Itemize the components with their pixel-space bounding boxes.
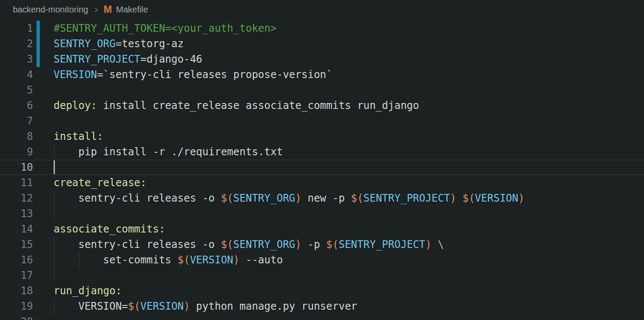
line-number: 10 — [0, 160, 33, 175]
line-number: 9 — [0, 144, 33, 160]
code-token-punct: $( — [178, 254, 190, 266]
code-token-punct: ) — [518, 192, 524, 204]
code-token-text: =django-46 — [140, 53, 202, 65]
code-line-content[interactable]: create_release: — [54, 175, 147, 190]
breadcrumb-folder[interactable]: backend-monitoring — [13, 5, 88, 15]
code-token-continuation: \ — [438, 238, 444, 251]
code-token-variable: VERSION — [54, 69, 97, 81]
line-number: 13 — [0, 206, 33, 221]
code-token-variable: VERSION — [190, 254, 233, 266]
code-token-punct: ) — [184, 300, 190, 312]
code-token-variable: VERSION — [140, 300, 184, 312]
modified-line-indicator — [36, 36, 40, 51]
line-number: 14 — [0, 221, 33, 237]
code-line[interactable]: 17 — [0, 268, 644, 283]
line-number: 7 — [0, 113, 33, 129]
indent-guide — [54, 268, 54, 283]
code-token-text: set-commits — [54, 254, 178, 266]
code-token-text: VERSION= — [54, 300, 128, 312]
code-token-punct: $( — [221, 238, 233, 251]
line-number: 4 — [0, 67, 33, 82]
code-line-content[interactable]: VERSION=`sentry-cli releases propose-ver… — [54, 67, 332, 82]
code-token-punct: ) — [295, 238, 301, 251]
code-token-target: deploy: — [54, 100, 97, 112]
code-line[interactable]: 18run_django: — [0, 283, 644, 299]
code-line[interactable]: 11create_release: — [0, 175, 644, 190]
code-token-punct: $( — [326, 238, 339, 251]
code-line[interactable]: 6deploy: install create_release associat… — [0, 98, 644, 113]
line-number: 3 — [0, 51, 33, 67]
makefile-m-icon: M — [104, 5, 112, 15]
code-token-text: new -p — [301, 192, 351, 204]
code-token-variable: SENTRY_PROJECT — [54, 53, 140, 65]
code-token-text: --auto — [240, 254, 283, 266]
code-token-punct: ) — [450, 192, 456, 204]
code-line[interactable]: 7 — [0, 113, 644, 129]
code-token-variable: SENTRY_PROJECT — [339, 238, 425, 251]
line-number: 18 — [0, 283, 33, 299]
code-editor[interactable]: 1#SENTRY_AUTH_TOKEN=<your_auth_token>2SE… — [0, 19, 644, 320]
code-token-variable: SENTRY_ORG — [233, 192, 295, 204]
code-line-content[interactable]: sentry-cli releases -o $(SENTRY_ORG) -p … — [54, 237, 444, 252]
code-line[interactable]: 16 set-commits $(VERSION) --auto — [0, 252, 644, 268]
code-line-content[interactable]: install: — [54, 129, 103, 144]
code-token-punct: ) — [233, 254, 239, 266]
code-line[interactable]: 1#SENTRY_AUTH_TOKEN=<your_auth_token> — [0, 21, 644, 36]
code-line-content[interactable]: pip install -r ./requirements.txt — [54, 144, 283, 160]
code-token-punct: $( — [221, 192, 233, 204]
code-token-text: =`sentry-cli releases propose-version` — [97, 69, 332, 81]
breadcrumb: backend-monitoring M Makefile — [0, 0, 644, 19]
code-token-variable: SENTRY_ORG — [54, 38, 116, 50]
code-line[interactable]: 2SENTRY_ORG=testorg-az — [0, 36, 644, 51]
code-line[interactable]: 15 sentry-cli releases -o $(SENTRY_ORG) … — [0, 237, 644, 252]
code-line[interactable]: 4VERSION=`sentry-cli releases propose-ve… — [0, 67, 644, 82]
code-line[interactable]: 20 — [0, 314, 644, 320]
indent-guide — [54, 206, 54, 221]
line-number: 17 — [0, 268, 33, 283]
code-line-content[interactable]: sentry-cli releases -o $(SENTRY_ORG) new… — [54, 190, 524, 206]
code-line-content[interactable]: #SENTRY_AUTH_TOKEN=<your_auth_token> — [54, 21, 277, 36]
breadcrumb-file[interactable]: M Makefile — [104, 5, 148, 15]
chevron-right-icon — [93, 6, 99, 13]
code-line[interactable]: 9 pip install -r ./requirements.txt — [0, 144, 644, 160]
code-line-content[interactable]: deploy: install create_release associate… — [54, 98, 419, 113]
code-token-target: create_release: — [54, 177, 147, 189]
code-line[interactable]: 5 — [0, 82, 644, 98]
code-token-variable: SENTRY_PROJECT — [364, 192, 450, 204]
code-line[interactable]: 3SENTRY_PROJECT=django-46 — [0, 51, 644, 67]
line-number: 6 — [0, 98, 33, 113]
line-number: 1 — [0, 21, 33, 36]
code-token-text: pip install -r ./requirements.txt — [54, 146, 283, 158]
breadcrumb-file-label: Makefile — [116, 5, 148, 15]
code-line-content[interactable]: run_django: — [54, 283, 122, 299]
code-line-content[interactable]: VERSION=$(VERSION) python manage.py runs… — [54, 299, 357, 314]
code-token-punct: $( — [128, 300, 140, 312]
code-line-content[interactable]: associate_commits: — [54, 221, 165, 237]
code-line[interactable]: 14associate_commits: — [0, 221, 644, 237]
code-token-text: sentry-cli releases -o — [54, 192, 221, 204]
code-token-punct: ) — [425, 238, 431, 251]
code-line[interactable]: 12 sentry-cli releases -o $(SENTRY_ORG) … — [0, 190, 644, 206]
code-token-text: sentry-cli releases -o — [54, 238, 221, 251]
code-token-punct: $( — [463, 192, 475, 204]
code-line[interactable]: 8install: — [0, 129, 644, 144]
line-number: 19 — [0, 299, 33, 314]
code-lines: 1#SENTRY_AUTH_TOKEN=<your_auth_token>2SE… — [0, 21, 644, 320]
text-cursor — [54, 160, 55, 174]
line-number: 15 — [0, 237, 33, 252]
code-token-target: associate_commits: — [54, 223, 165, 235]
code-token-text: =testorg-az — [116, 38, 184, 50]
code-line[interactable]: 19 VERSION=$(VERSION) python manage.py r… — [0, 299, 644, 314]
code-line-content[interactable]: SENTRY_PROJECT=django-46 — [54, 51, 202, 67]
code-token-punct: $( — [351, 192, 364, 204]
code-line-content[interactable]: SENTRY_ORG=testorg-az — [54, 36, 184, 51]
line-number: 12 — [0, 190, 33, 206]
code-line[interactable]: 13 — [0, 206, 644, 221]
code-token-text — [431, 238, 437, 251]
line-number: 16 — [0, 252, 33, 268]
modified-line-indicator — [36, 21, 40, 36]
code-line-content[interactable]: set-commits $(VERSION) --auto — [54, 252, 283, 268]
code-line[interactable]: 10 — [0, 160, 644, 175]
code-token-variable: SENTRY_ORG — [233, 238, 295, 251]
code-token-punct: ) — [295, 192, 301, 204]
